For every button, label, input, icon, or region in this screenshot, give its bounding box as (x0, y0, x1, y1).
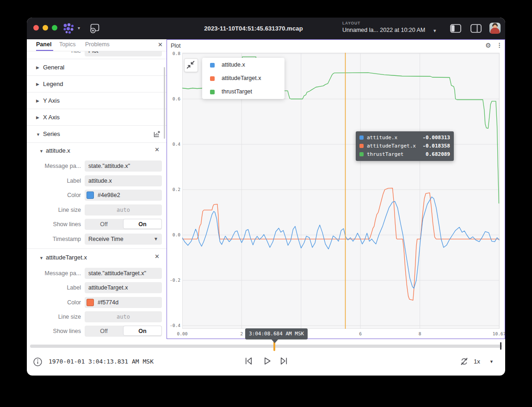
sidebar-scrollbar[interactable] (164, 67, 165, 139)
legend-label: thrustTarget (222, 88, 252, 95)
field-label: Show lines (27, 328, 81, 334)
legend-item[interactable]: attitudeTarget.x (202, 72, 285, 85)
show-lines-toggle[interactable]: Off On (85, 219, 162, 230)
y-tick-label: 0.6 (168, 96, 180, 101)
foxglove-logo-icon[interactable] (62, 22, 76, 35)
active-tab-underline (36, 50, 53, 51)
series-editor-attitude-target-x-header[interactable]: ▼ attitudeTarget.x ✕ (27, 251, 167, 262)
section-x-axis[interactable]: ▶ X Axis (27, 109, 167, 126)
maximize-window-button[interactable] (52, 25, 57, 31)
minimize-window-button[interactable] (43, 25, 48, 31)
section-label: General (43, 64, 64, 71)
message-path-input[interactable]: state."attitudeTarget.x" (85, 268, 162, 279)
user-avatar[interactable] (489, 23, 501, 34)
collapse-legend-button[interactable] (184, 58, 198, 72)
y-tick-label: 0.8 (168, 51, 180, 56)
section-general[interactable]: ▶ General (27, 59, 167, 76)
tooltip-value: -0.008313 (422, 135, 450, 141)
layout-label: LAYOUT (342, 21, 425, 25)
timestamp-select[interactable]: Receive Time ▼ (85, 234, 162, 245)
color-hex: #f5774d (98, 299, 118, 306)
loop-off-icon[interactable] (459, 357, 469, 366)
show-lines-off[interactable]: Off (85, 326, 123, 337)
panel-menu-kebab-icon[interactable]: ⋮ (496, 42, 502, 49)
section-label: X Axis (43, 114, 60, 121)
y-tick-label: 0.4 (168, 142, 180, 147)
series-color-swatch (210, 90, 215, 94)
speed-chevron-down-icon[interactable]: ▼ (489, 359, 494, 364)
layout-menu[interactable]: LAYOUT Unnamed la... 2022 at 10:20 AM (342, 21, 425, 33)
section-label: Y Axis (43, 97, 60, 104)
color-swatch[interactable] (87, 191, 94, 199)
x-tick-label: 6 (359, 331, 362, 336)
show-lines-on[interactable]: On (123, 326, 162, 336)
section-label: Series (43, 130, 60, 137)
chevron-right-icon: ▶ (36, 99, 39, 103)
playback-speed[interactable]: 1x (474, 358, 480, 365)
playback-scrubber[interactable] (30, 345, 502, 348)
message-path-input[interactable]: state."attitude.x" (85, 160, 162, 172)
color-input[interactable]: #4e98e2 (85, 190, 162, 201)
x-tick-label: 10.67 (493, 331, 505, 336)
title-bar: ▾ 2023-11-10T04:51:45.631370.mcap LAYOUT… (27, 18, 505, 39)
tab-topics[interactable]: Topics (59, 41, 75, 48)
color-swatch[interactable] (87, 299, 94, 306)
seek-end-button[interactable] (279, 356, 289, 366)
add-series-icon[interactable] (153, 130, 161, 138)
line-size-input[interactable]: auto (85, 311, 162, 322)
plot-legend-overlay[interactable]: attitude.x attitudeTarget.x thrustTarget (202, 58, 285, 99)
field-label: Label (27, 178, 81, 184)
x-tick-label: 2 (241, 331, 243, 336)
info-icon[interactable] (33, 357, 43, 367)
series-color-swatch (359, 136, 364, 140)
color-hex: #4e98e2 (98, 192, 120, 198)
label-input[interactable]: attitudeTarget.x (85, 282, 162, 293)
series-name: attitude.x (46, 147, 70, 154)
remove-series-icon[interactable]: ✕ (155, 147, 160, 153)
tab-problems[interactable]: Problems (85, 41, 110, 48)
line-size-input[interactable]: auto (85, 204, 162, 216)
scrubber-hover-time-tooltip: 3:04:08.684 AM MSK (245, 328, 308, 339)
chevron-right-icon: ▶ (36, 82, 39, 86)
close-sidebar-icon[interactable]: ✕ (158, 42, 163, 48)
app-window: ▾ 2023-11-10T04:51:45.631370.mcap LAYOUT… (27, 18, 505, 376)
layout-chevron-down-icon[interactable]: ▾ (433, 28, 436, 34)
tooltip-value: -0.018358 (422, 143, 450, 149)
play-button[interactable] (262, 356, 272, 366)
window-title: 2023-11-10T04:51:45.631370.mcap (189, 25, 318, 32)
chevron-down-icon: ▼ (39, 256, 43, 260)
remove-series-icon[interactable]: ✕ (155, 253, 160, 259)
field-label: Line size (27, 207, 81, 213)
y-tick-label: -0.4 (168, 323, 180, 328)
field-label: Show lines (27, 221, 81, 228)
tooltip-row: thrustTarget 0.682089 (359, 150, 450, 159)
series-editor-attitude-x-header[interactable]: ▼ attitude.x ✕ (27, 144, 167, 155)
label-input[interactable]: attitude.x (85, 175, 162, 186)
panel-settings-sidebar: Title Plot Panel Topics Problems ✕ ▶ Gen… (27, 39, 167, 339)
color-input[interactable]: #f5774d (85, 297, 162, 308)
collapse-arrows-icon (185, 59, 197, 71)
section-series[interactable]: ▼ Series (27, 125, 167, 143)
tooltip-label: attitudeTarget.x (367, 143, 416, 149)
show-lines-on[interactable]: On (123, 219, 162, 229)
legend-item[interactable]: attitude.x (202, 58, 285, 72)
series-color-swatch (210, 76, 215, 81)
legend-item[interactable]: thrustTarget (202, 85, 285, 99)
tooltip-label: attitude.x (367, 135, 397, 141)
add-panel-icon[interactable] (89, 24, 100, 34)
current-timestamp: 1970-01-01 3:04:13.831 AM MSK (49, 358, 154, 365)
show-lines-toggle[interactable]: Off On (85, 326, 162, 337)
show-lines-off[interactable]: Off (85, 219, 123, 230)
right-sidebar-toggle-icon[interactable] (470, 24, 482, 33)
tooltip-caret (271, 339, 278, 343)
series-color-swatch (359, 144, 364, 148)
section-legend[interactable]: ▶ Legend (27, 75, 167, 92)
chevron-down-icon[interactable]: ▾ (78, 25, 80, 31)
panel-settings-gear-icon[interactable]: ⚙ (485, 42, 491, 49)
tab-panel[interactable]: Panel (36, 41, 51, 48)
close-window-button[interactable] (33, 25, 39, 31)
left-sidebar-toggle-icon[interactable] (450, 24, 461, 33)
seek-start-button[interactable] (244, 356, 254, 366)
y-tick-label: 0.0 (168, 232, 180, 237)
section-y-axis[interactable]: ▶ Y Axis (27, 92, 167, 109)
